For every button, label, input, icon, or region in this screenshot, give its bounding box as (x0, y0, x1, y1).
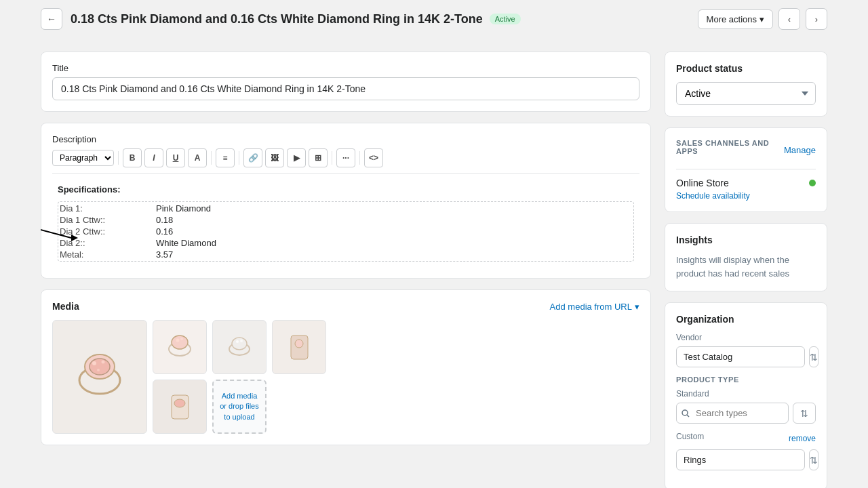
media-card: Media Add media from URL ▾ (41, 289, 651, 445)
channel-row: Online Store (676, 178, 816, 188)
header-actions: More actions ▾ ‹ › (698, 8, 827, 30)
ring-image-3 (221, 329, 258, 366)
product-status-select[interactable]: Active Draft Archived (676, 82, 816, 105)
ring-image-5 (161, 388, 199, 426)
svg-line-21 (687, 415, 689, 417)
custom-arrow-button[interactable]: ⇅ (809, 449, 818, 470)
code-button[interactable]: <> (364, 148, 383, 167)
manage-link[interactable]: Manage (784, 145, 816, 155)
annotation-arrow-icon (41, 221, 81, 241)
add-media-drop-zone[interactable]: Add media or drop files to upload (212, 380, 267, 434)
specs-table: Dia 1: Pink Diamond Dia 1 Cttw:: 0.18 Di… (58, 201, 634, 262)
image-button[interactable]: 🖼 (265, 148, 284, 167)
spec-key: Dia 1: (60, 203, 155, 214)
media-item-3[interactable] (212, 320, 267, 374)
link-button[interactable]: 🔗 (243, 148, 262, 167)
svg-line-0 (41, 224, 71, 238)
description-toolbar: Paragraph B I U A ≡ 🔗 🖼 ▶ ⊞ ··· (52, 148, 639, 174)
chevron-left-icon: ‹ (788, 14, 791, 24)
svg-point-5 (92, 361, 96, 365)
align-button[interactable]: ≡ (216, 148, 235, 167)
spec-row: Dia 2 Cttw:: 0.16 (60, 226, 632, 237)
insights-card: Insights Insights will display when the … (665, 223, 827, 291)
main-content: All the attributes will be added at the … (0, 38, 868, 488)
svg-marker-1 (71, 235, 78, 241)
title-input[interactable] (52, 77, 639, 100)
toolbar-separator-4 (332, 151, 332, 165)
custom-section: Custom remove ⇅ (676, 432, 816, 470)
media-header: Media Add media from URL ▾ (52, 301, 639, 312)
vendor-arrow-button[interactable]: ⇅ (809, 346, 818, 367)
svg-point-7 (97, 369, 100, 371)
title-card: Title (41, 52, 651, 112)
active-dot-icon (809, 180, 816, 186)
custom-value-row: ⇅ (676, 449, 816, 470)
page-wrapper: ← 0.18 Cts Pink Diamond and 0.16 Cts Whi… (0, 0, 868, 488)
spec-value: White Diamond (156, 238, 632, 248)
organization-card: Organization Vendor ⇅ PRODUCT TYPE Stand… (665, 302, 827, 488)
custom-type-input[interactable] (676, 449, 805, 470)
media-item-5[interactable] (153, 380, 207, 434)
product-type-label: PRODUCT TYPE (676, 375, 816, 384)
italic-button[interactable]: I (144, 148, 163, 167)
search-types-wrap (676, 403, 789, 424)
underline-button[interactable]: U (166, 148, 185, 167)
left-column: All the attributes will be added at the … (41, 52, 651, 488)
more-button[interactable]: ··· (336, 148, 355, 167)
vendor-input[interactable] (676, 346, 805, 367)
insights-text: Insights will display when the product h… (676, 255, 789, 279)
sales-channels-card: SALES CHANNELS AND APPS Manage Online St… (665, 127, 827, 212)
type-arrow-button[interactable]: ⇅ (793, 403, 816, 424)
table-button[interactable]: ⊞ (309, 148, 328, 167)
back-icon: ← (47, 14, 56, 24)
right-column: Product status Active Draft Archived SAL… (665, 52, 827, 488)
chevron-right-icon: › (815, 14, 818, 24)
more-actions-button[interactable]: More actions ▾ (698, 9, 773, 29)
sales-channels-label: SALES CHANNELS AND APPS (676, 139, 784, 155)
svg-point-13 (232, 338, 247, 350)
ring-image-1 (66, 343, 134, 411)
product-status-title: Product status (676, 63, 816, 74)
bold-button[interactable]: B (123, 148, 142, 167)
page-title: 0.18 Cts Pink Diamond and 0.16 Cts White… (71, 12, 483, 26)
svg-point-9 (172, 336, 188, 349)
video-button[interactable]: ▶ (287, 148, 306, 167)
remove-link[interactable]: remove (789, 434, 816, 443)
media-item-4[interactable] (272, 320, 326, 374)
specs-title: Specifications: (58, 184, 634, 195)
next-nav-button[interactable]: › (806, 8, 827, 30)
media-title: Media (52, 301, 79, 312)
description-label: Description (52, 134, 639, 144)
toolbar-separator-3 (239, 151, 239, 165)
svg-point-6 (102, 361, 105, 364)
search-type-row: ⇅ (676, 403, 816, 424)
back-button[interactable]: ← (41, 8, 62, 30)
channel-name: Online Store (676, 178, 729, 188)
toolbar-separator-5 (359, 151, 360, 165)
status-badge: Active (490, 14, 521, 24)
text-color-button[interactable]: A (188, 148, 207, 167)
standard-label: Standard (676, 389, 816, 399)
insights-title: Insights (676, 235, 816, 245)
description-content[interactable]: Specifications: Dia 1: Pink Diamond Dia … (52, 179, 639, 267)
vendor-label: Vendor (676, 333, 816, 342)
prev-nav-button[interactable]: ‹ (778, 8, 800, 30)
schedule-link[interactable]: Schedule availability (676, 191, 816, 201)
media-item-main[interactable] (52, 320, 147, 434)
organization-title: Organization (676, 314, 816, 325)
toolbar-separator-2 (211, 151, 212, 165)
custom-label-row: Custom remove (676, 432, 816, 445)
spec-value: 0.18 (156, 215, 632, 225)
spec-row: Dia 2:: White Diamond (60, 238, 632, 248)
svg-point-11 (180, 338, 183, 340)
spec-key: Metal: (60, 249, 155, 260)
svg-point-19 (174, 399, 185, 407)
paragraph-select[interactable]: Paragraph (52, 150, 114, 166)
search-types-input[interactable] (676, 403, 789, 424)
svg-point-20 (682, 410, 688, 415)
add-media-url-button[interactable]: Add media from URL ▾ (550, 302, 639, 312)
channels-header: SALES CHANNELS AND APPS Manage (676, 139, 816, 161)
media-item-2[interactable] (153, 320, 207, 374)
description-card: Description Paragraph B I U A ≡ 🔗 🖼 ▶ (41, 123, 651, 279)
svg-point-15 (240, 340, 243, 342)
